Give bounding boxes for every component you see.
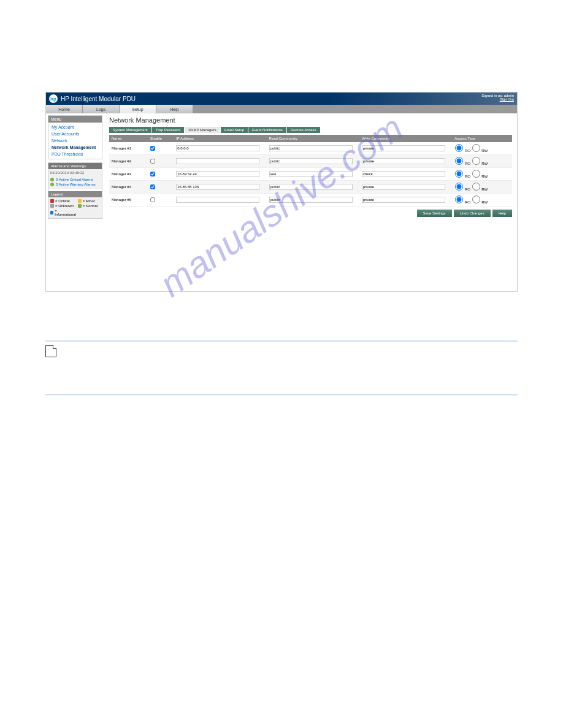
sub-tab[interactable]: Remote Access xyxy=(287,127,320,133)
tab-help[interactable]: Help xyxy=(156,105,193,113)
alarms-body: 04/20/2010 09:48:32 0 Active Critical Al… xyxy=(48,169,102,189)
access-rw-label: RW xyxy=(481,162,488,165)
sub-tab[interactable]: SNMP Managers xyxy=(185,127,220,133)
access-ro-label: RO xyxy=(464,188,471,191)
access-ro-radio[interactable] xyxy=(455,170,463,178)
manager-name: Manager #2 xyxy=(109,155,148,168)
menu-item[interactable]: PDU Thresholds xyxy=(50,151,101,157)
alarms-box: Alarms and Warnings 04/20/2010 09:48:32 … xyxy=(48,162,102,219)
ip-input[interactable] xyxy=(176,197,259,203)
legend-swatch-icon xyxy=(50,199,54,203)
sub-tab[interactable]: System Management xyxy=(109,127,151,133)
menu-item[interactable]: User Accounts xyxy=(50,131,101,137)
hp-logo-icon: hp xyxy=(49,94,58,103)
table-row: Manager #2 RO RW xyxy=(109,155,512,168)
read-input[interactable] xyxy=(269,197,353,203)
table-row: Manager #3 RO RW xyxy=(109,168,512,181)
ip-input[interactable] xyxy=(176,145,259,151)
app-header: hp HP Intelligent Modular PDU Signed in … xyxy=(46,93,517,105)
sub-tab[interactable]: Trap Receivers xyxy=(152,127,184,133)
save-button[interactable]: Save Settings xyxy=(417,210,452,217)
access-rw-radio[interactable] xyxy=(472,157,480,165)
sub-tabs: System ManagementTrap ReceiversSNMP Mana… xyxy=(109,127,512,133)
legend-label: = Informational xyxy=(55,209,76,216)
access-rw-label: RW xyxy=(481,175,488,178)
menu-item[interactable]: Network Management xyxy=(50,144,101,151)
access-rw-radio[interactable] xyxy=(472,195,480,203)
tab-setup[interactable]: Setup xyxy=(120,105,156,113)
read-input[interactable] xyxy=(269,184,353,190)
access-ro-label: RO xyxy=(464,175,471,178)
access-type-cell: RO RW xyxy=(452,142,512,155)
write-input[interactable] xyxy=(362,171,445,177)
sub-tab[interactable]: Email Setup xyxy=(221,127,248,133)
access-rw-label: RW xyxy=(481,200,488,204)
access-type-cell: RO RW xyxy=(452,168,512,181)
table-header: Access Type xyxy=(452,135,512,142)
help-button[interactable]: Help xyxy=(492,210,512,217)
legend-swatch-icon xyxy=(78,204,82,208)
ip-input[interactable] xyxy=(176,158,259,164)
alarm-text[interactable]: 0 Active Warning Alarms xyxy=(56,183,96,186)
access-type-cell: RO RW xyxy=(452,155,512,168)
alarms-timestamp: 04/20/2010 09:48:32 xyxy=(50,171,100,175)
table-header: IP Address xyxy=(174,135,266,142)
enable-checkbox[interactable] xyxy=(150,172,155,176)
legend-label: = Unknown xyxy=(55,204,74,208)
legend-label: = Critical xyxy=(55,199,70,203)
write-input[interactable] xyxy=(362,197,445,203)
access-ro-radio[interactable] xyxy=(455,144,463,152)
manager-name: Manager #4 xyxy=(109,181,148,194)
action-buttons: Save Settings Undo Changes Help xyxy=(109,210,512,217)
table-header: Enable xyxy=(148,135,174,142)
main-tabs: HomeLogsSetupHelp xyxy=(46,105,517,113)
table-row: Manager #5 RO RW xyxy=(109,194,512,207)
status-dot-icon xyxy=(50,183,54,186)
write-input[interactable] xyxy=(362,184,445,190)
access-rw-radio[interactable] xyxy=(472,170,480,178)
enable-checkbox[interactable] xyxy=(150,184,155,189)
table-header: Write Community xyxy=(359,135,452,142)
undo-button[interactable]: Undo Changes xyxy=(454,210,491,217)
enable-checkbox[interactable] xyxy=(150,159,155,164)
access-ro-radio[interactable] xyxy=(455,195,463,203)
table-row: Manager #1 RO RW xyxy=(109,142,512,155)
access-ro-radio[interactable] xyxy=(455,157,463,165)
access-ro-radio[interactable] xyxy=(455,183,463,191)
left-sidebar: Menu My AccountUser AccountsNetworkNetwo… xyxy=(46,113,104,291)
manager-name: Manager #5 xyxy=(109,194,148,207)
write-input[interactable] xyxy=(362,145,445,151)
alarm-text[interactable]: 0 Active Critical Alarms xyxy=(56,178,93,181)
status-dot-icon xyxy=(50,178,54,181)
enable-checkbox[interactable] xyxy=(150,146,155,151)
legend-item: = Minor xyxy=(78,199,100,203)
tab-logs[interactable]: Logs xyxy=(83,105,120,113)
table-header: Name xyxy=(109,135,148,142)
menu-item[interactable]: My Account xyxy=(50,124,101,131)
tab-home[interactable]: Home xyxy=(46,105,83,113)
write-input[interactable] xyxy=(362,158,445,164)
alarms-header: Alarms and Warnings xyxy=(48,163,102,169)
access-ro-label: RO xyxy=(464,200,471,204)
alarm-line: 0 Active Critical Alarms xyxy=(50,178,100,181)
manager-name: Manager #3 xyxy=(109,168,148,181)
legend-body: = Critical= Minor= Unknown= Normal= Info… xyxy=(48,197,102,218)
read-input[interactable] xyxy=(269,171,353,177)
page-title: Network Management xyxy=(109,116,512,124)
sub-tab[interactable]: Event Notifications xyxy=(248,127,286,133)
ip-input[interactable] xyxy=(176,171,259,177)
table-header: Read Community xyxy=(267,135,359,142)
read-input[interactable] xyxy=(269,158,353,164)
main-content: Menu My AccountUser AccountsNetworkNetwo… xyxy=(46,113,517,291)
menu-body: My AccountUser AccountsNetworkNetwork Ma… xyxy=(48,123,102,159)
menu-item[interactable]: Network xyxy=(50,137,101,144)
read-input[interactable] xyxy=(269,145,353,151)
legend-label: = Normal xyxy=(83,204,98,208)
legend-item: = Normal xyxy=(78,204,100,208)
enable-checkbox[interactable] xyxy=(150,197,155,202)
ip-input[interactable] xyxy=(176,184,259,190)
app-window: hp HP Intelligent Modular PDU Signed in … xyxy=(45,92,518,292)
access-rw-radio[interactable] xyxy=(472,144,480,152)
access-rw-radio[interactable] xyxy=(472,183,480,191)
sign-out-link[interactable]: Sign Out xyxy=(500,97,514,101)
